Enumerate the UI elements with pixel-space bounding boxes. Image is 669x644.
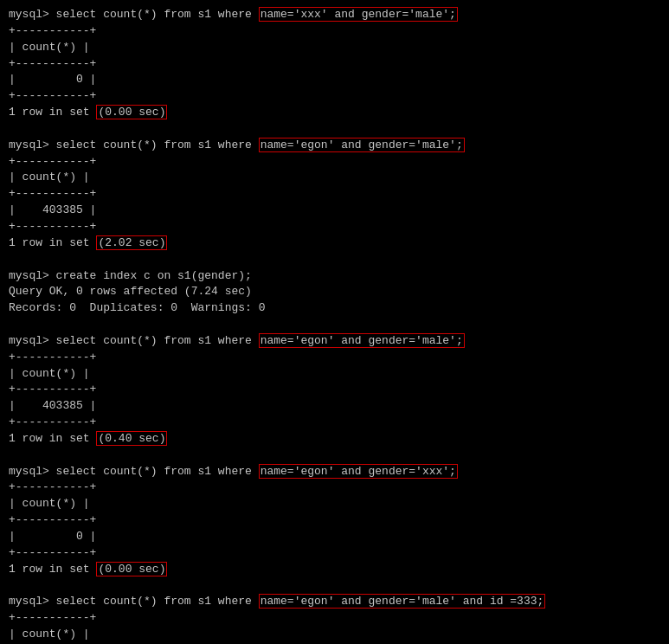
highlight-condition-1: name='xxx' and gender='male';: [259, 7, 458, 22]
divider-1b: +-----------+: [9, 56, 660, 73]
query-block-5: mysql> select count(*) from s1 where nam…: [9, 464, 660, 578]
value-2: | 403385 |: [9, 203, 660, 219]
timing-line-4: 1 row in set (0.40 sec): [9, 431, 660, 448]
create-index-block: mysql> create index c on s1(gender); Que…: [9, 268, 660, 318]
query-line-2: mysql> select count(*) from s1 where nam…: [9, 138, 660, 154]
query-line-6: mysql> select count(*) from s1 where nam…: [9, 594, 660, 610]
timing-text-5: 1 row in set: [9, 563, 96, 576]
prompt-6: mysql> select count(*) from s1 where: [9, 595, 259, 608]
divider-2a: +-----------+: [9, 154, 660, 171]
spacer-4: [9, 448, 660, 464]
value-5: | 0 |: [9, 529, 660, 545]
divider-4c: +-----------+: [9, 415, 660, 431]
create-index-line: mysql> create index c on s1(gender);: [9, 268, 660, 285]
timing-text-4: 1 row in set: [9, 432, 96, 445]
query-line-1: mysql> select count(*) from s1 where nam…: [9, 7, 660, 23]
query-line-4: mysql> select count(*) from s1 where nam…: [9, 333, 660, 350]
spacer-5: [9, 578, 660, 595]
prompt-4: mysql> select count(*) from s1 where: [9, 334, 259, 347]
divider-1a: +-----------+: [9, 23, 660, 40]
timing-line-1: 1 row in set (0.00 sec): [9, 105, 660, 121]
header-4: | count(*) |: [9, 366, 660, 383]
timing-line-2: 1 row in set (2.02 sec): [9, 235, 660, 252]
prompt-5: mysql> select count(*) from s1 where: [9, 465, 259, 478]
query-ok-line: Query OK, 0 rows affected (7.24 sec): [9, 284, 660, 300]
divider-5a: +-----------+: [9, 480, 660, 496]
highlight-condition-2: name='egon' and gender='male';: [259, 138, 465, 152]
divider-4a: +-----------+: [9, 350, 660, 366]
highlight-condition-6: name='egon' and gender='male' and id =33…: [259, 594, 546, 609]
highlight-condition-5: name='egon' and gender='xxx';: [259, 464, 458, 479]
highlight-condition-4: name='egon' and gender='male';: [259, 333, 465, 348]
divider-2c: +-----------+: [9, 219, 660, 235]
timing-highlight-4: (0.40 sec): [96, 431, 167, 446]
divider-4b: +-----------+: [9, 382, 660, 398]
prompt-1: mysql> select count(*) from s1 where: [9, 8, 259, 21]
spacer-1: [9, 121, 660, 138]
terminal-output: mysql> select count(*) from s1 where nam…: [9, 7, 660, 644]
divider-5b: +-----------+: [9, 512, 660, 529]
divider-1c: +-----------+: [9, 88, 660, 105]
timing-text-2: 1 row in set: [9, 236, 96, 249]
spacer-2: [9, 252, 660, 268]
query-line-5: mysql> select count(*) from s1 where nam…: [9, 464, 660, 480]
header-5: | count(*) |: [9, 496, 660, 512]
timing-line-5: 1 row in set (0.00 sec): [9, 562, 660, 578]
records-line: Records: 0 Duplicates: 0 Warnings: 0: [9, 300, 660, 317]
prompt-2: mysql> select count(*) from s1 where: [9, 138, 259, 151]
value-4: | 403385 |: [9, 398, 660, 415]
header-2: | count(*) |: [9, 170, 660, 186]
query-block-4: mysql> select count(*) from s1 where nam…: [9, 333, 660, 448]
query-block-6: mysql> select count(*) from s1 where nam…: [9, 594, 660, 644]
header-1: | count(*) |: [9, 40, 660, 56]
timing-text-1: 1 row in set: [9, 106, 96, 119]
value-1: | 0 |: [9, 72, 660, 88]
query-block-2: mysql> select count(*) from s1 where nam…: [9, 138, 660, 252]
divider-5c: +-----------+: [9, 545, 660, 562]
timing-highlight-1: (0.00 sec): [96, 105, 167, 119]
spacer-3: [9, 317, 660, 333]
query-block-1: mysql> select count(*) from s1 where nam…: [9, 7, 660, 121]
timing-highlight-5: (0.00 sec): [96, 562, 167, 576]
header-6: | count(*) |: [9, 627, 660, 643]
divider-6a: +-----------+: [9, 610, 660, 627]
timing-highlight-2: (2.02 sec): [96, 235, 167, 250]
divider-2b: +-----------+: [9, 186, 660, 203]
